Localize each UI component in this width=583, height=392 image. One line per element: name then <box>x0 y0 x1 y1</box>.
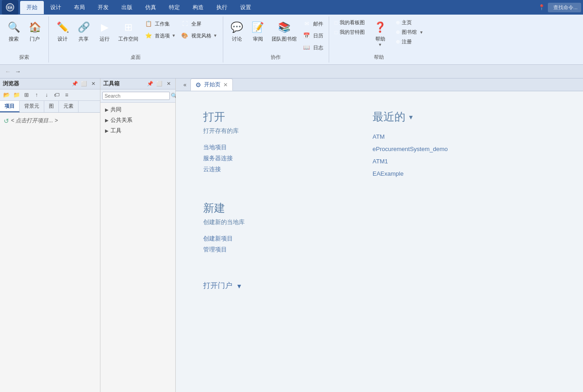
manage-project-link[interactable]: 管理项目 <box>203 246 245 254</box>
tab-execute[interactable]: 执行 <box>210 1 234 14</box>
tab-collapse-button[interactable]: « <box>179 79 190 90</box>
browser-tab-element[interactable]: 元素 <box>59 101 79 112</box>
recent-title: 最近的 <box>373 110 405 124</box>
nav-bar: ← → <box>0 65 583 78</box>
browser-up-button[interactable]: ↑ <box>32 90 41 99</box>
my-gantt-button[interactable]: □ 我的甘特图 <box>333 28 367 37</box>
toolbox-pin-button[interactable]: 📌 <box>146 80 154 88</box>
diary-button[interactable]: 📖 日志 <box>300 42 325 53</box>
browser-panel-header: 浏览器 📌 ⬜ ✕ <box>0 78 100 89</box>
favorites-button[interactable]: ⭐ 首选项 ▼ <box>142 30 178 41</box>
browser-float-button[interactable]: ⬜ <box>80 80 88 88</box>
browser-toolbar: 📂 📁 ⊞ ↑ ↓ 🏷 ≡ <box>0 89 100 101</box>
ribbon-group-help: □ 我的看板图 □ 我的甘特图 ❓ 帮助 ▼ ⊕ 主页 <box>329 16 429 63</box>
tab-construct[interactable]: 构造 <box>186 1 210 14</box>
tab-specific[interactable]: 特定 <box>163 1 186 14</box>
toolbox-item-common[interactable]: ▶ 共同 <box>100 105 175 115</box>
search-input[interactable] <box>102 92 170 100</box>
desktop-group-label: 桌面 <box>131 53 141 61</box>
browser-list-button[interactable]: ≡ <box>62 90 71 99</box>
forward-button[interactable]: → <box>13 67 23 77</box>
browser-open-folder-button[interactable]: 📂 <box>2 90 11 99</box>
toolbox-close-button[interactable]: ✕ <box>164 80 173 88</box>
browser-folder-button[interactable]: 📁 <box>12 90 21 99</box>
mail-button[interactable]: ✉ 邮件 <box>300 18 325 29</box>
design-button[interactable]: ✏️ 设计 <box>53 18 73 44</box>
location-icon: 📍 <box>538 4 545 10</box>
tab-publish[interactable]: 出版 <box>115 1 139 14</box>
run-button[interactable]: ▶ 运行 <box>95 18 115 44</box>
help-label: 帮助 <box>375 36 385 42</box>
open-server-link[interactable]: 服务器连接 <box>203 154 245 162</box>
tree-root-icon: ↺ <box>4 117 9 125</box>
ribbon-group-collab: 💬 讨论 📝 审阅 📚 团队图书馆 ✉ 邮件 � <box>223 16 329 63</box>
share-icon: 🔗 <box>76 20 91 35</box>
calendar-button[interactable]: 📅 日历 <box>300 30 325 41</box>
browser-tab-project[interactable]: 项目 <box>0 101 20 112</box>
workset-button[interactable]: 📋 工作集 <box>142 18 178 29</box>
tab-settings[interactable]: 设置 <box>234 1 257 14</box>
recent-item-2[interactable]: ATM1 <box>373 158 448 165</box>
tab-layout[interactable]: 布局 <box>68 1 91 14</box>
discuss-icon: 💬 <box>230 20 244 35</box>
tab-design[interactable]: 设计 <box>44 1 68 14</box>
recent-item-3[interactable]: EAExample <box>373 170 448 177</box>
toolbox-item-tools[interactable]: ▶ 工具 <box>100 125 175 136</box>
teamlib-icon: 📚 <box>277 20 291 35</box>
app-logo[interactable]: EA <box>2 0 18 15</box>
tab-start[interactable]: 开始 <box>20 1 44 14</box>
open-cloud-link[interactable]: 云连接 <box>203 165 245 173</box>
recent-items-list: ATM eProcurementSystem_demo ATM1 EAExamp… <box>373 133 448 177</box>
toolbox-float-button[interactable]: ⬜ <box>155 80 163 88</box>
toolbox-content: ▶ 共同 ▶ 公共关系 ▶ 工具 <box>100 103 175 392</box>
toolbox-panel: 工具箱 📌 ⬜ ✕ 🔍 ⚙ ☰ ▶ 共同 ▶ 公共关系 ▶ 工具 <box>100 78 176 392</box>
teamlib-button[interactable]: 📚 团队图书馆 <box>269 18 299 44</box>
tab-simulate[interactable]: 仿真 <box>139 1 163 14</box>
share-button[interactable]: 🔗 共享 <box>74 18 94 44</box>
recent-item-0[interactable]: ATM <box>373 133 448 140</box>
new-title: 新建 <box>203 201 245 215</box>
calendar-icon: 📅 <box>302 31 311 40</box>
back-button[interactable]: ← <box>3 67 13 77</box>
fullscreen-button[interactable]: ⛶ 全屏 <box>179 18 219 29</box>
review-button[interactable]: 📝 审阅 <box>248 18 268 44</box>
recent-dropdown-icon[interactable]: ▾ <box>409 113 413 121</box>
toolbox-item-publicrel[interactable]: ▶ 公共关系 <box>100 115 175 125</box>
browser-close-button[interactable]: ✕ <box>89 80 97 88</box>
register-button[interactable]: ⊕ 注册 <box>394 37 425 46</box>
viewstyle-button[interactable]: 🎨 视觉风格 ▼ <box>179 30 219 41</box>
my-dashboard-button[interactable]: □ 我的看板图 <box>333 18 367 27</box>
browser-tab-diagram[interactable]: 图 <box>44 101 59 112</box>
my-dashboard-label: 我的看板图 <box>340 19 365 26</box>
start-tab-close[interactable]: ✕ <box>223 82 228 88</box>
favorites-icon: ⭐ <box>144 31 153 40</box>
portal-button[interactable]: 🏠 门户 <box>25 18 45 44</box>
help-group-label: 帮助 <box>374 53 384 61</box>
tab-develop[interactable]: 开发 <box>91 1 115 14</box>
home-button[interactable]: ⊕ 主页 <box>394 18 425 27</box>
browser-pin-button[interactable]: 📌 <box>71 80 79 88</box>
browser-tree-label[interactable]: < 点击打开项目... > <box>11 117 58 125</box>
open-portal-link[interactable]: 打开门户 <box>203 281 232 291</box>
toolbox-search-bar: 🔍 ⚙ ☰ <box>100 89 175 103</box>
browser-tag-button[interactable]: 🏷 <box>52 90 61 99</box>
browser-grid-button[interactable]: ⊞ <box>22 90 31 99</box>
recent-item-1[interactable]: eProcurementSystem_demo <box>373 146 448 152</box>
portal-section: 打开门户 ▼ <box>203 281 245 291</box>
workspace-button[interactable]: ⊞ 工作空间 <box>116 18 141 44</box>
workset-label: 工作集 <box>155 21 170 27</box>
start-page-tab[interactable]: ⚙ 开始页 ✕ <box>190 78 233 91</box>
library-button[interactable]: ⊕ 图书馆 ▼ <box>394 28 425 37</box>
search-button[interactable]: 🔍 搜索 <box>4 18 24 44</box>
browser-title: 浏览器 <box>3 80 71 88</box>
browser-tab-background[interactable]: 背景元 <box>20 101 44 112</box>
browser-down-button[interactable]: ↓ <box>42 90 51 99</box>
discuss-button[interactable]: 💬 讨论 <box>227 18 247 44</box>
find-command-box[interactable]: 查找命令... <box>548 3 581 12</box>
open-local-link[interactable]: 当地项目 <box>203 143 245 152</box>
help-button[interactable]: ❓ 帮助 ▼ <box>370 18 390 49</box>
browser-content: ↺ < 点击打开项目... > <box>0 113 100 392</box>
mail-label: 邮件 <box>313 21 323 27</box>
workspace-label: 工作空间 <box>118 36 138 42</box>
create-project-link[interactable]: 创建新项目 <box>203 235 245 243</box>
